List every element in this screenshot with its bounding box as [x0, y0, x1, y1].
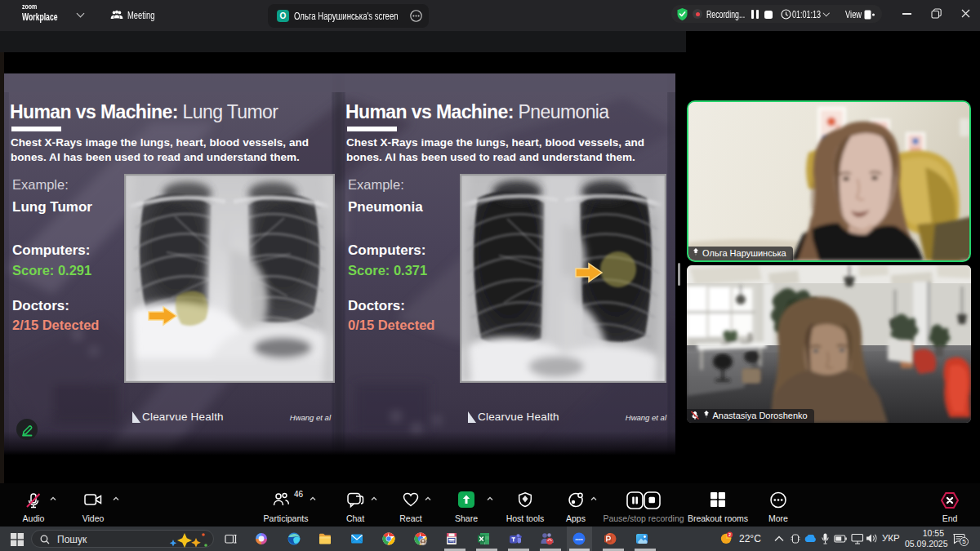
svg-text:2: 2	[728, 533, 731, 537]
svg-text:zoom: zoom	[575, 538, 582, 541]
svg-text:Grey: Grey	[449, 540, 455, 543]
